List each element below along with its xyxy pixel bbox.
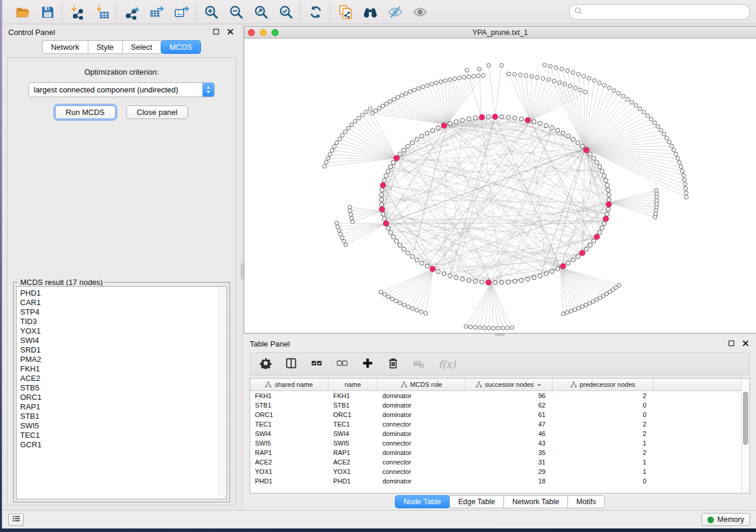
network-node[interactable] <box>550 270 554 274</box>
network-node[interactable] <box>467 117 471 121</box>
result-node-item[interactable]: SRD1 <box>20 345 218 355</box>
network-node[interactable] <box>391 161 395 165</box>
mcds-hub-node[interactable] <box>583 148 589 153</box>
mcds-hub-node[interactable] <box>394 155 399 161</box>
network-node[interactable] <box>500 115 504 119</box>
result-node-item[interactable]: PMA2 <box>20 355 218 364</box>
network-node[interactable] <box>500 280 504 284</box>
network-node[interactable] <box>436 126 441 130</box>
horizontal-splitter[interactable] <box>244 334 756 336</box>
network-node[interactable] <box>425 131 429 135</box>
network-node[interactable] <box>544 272 548 276</box>
result-node-item[interactable]: STP4 <box>20 307 218 317</box>
network-node[interactable] <box>519 278 524 283</box>
network-node[interactable] <box>467 278 471 283</box>
trash-button[interactable] <box>386 357 400 371</box>
refresh-view-button[interactable] <box>307 4 324 20</box>
network-node[interactable] <box>448 274 452 278</box>
export-table-button[interactable] <box>148 4 165 20</box>
result-node-item[interactable]: YOX1 <box>20 326 218 336</box>
network-node[interactable] <box>556 267 560 271</box>
network-node[interactable] <box>580 145 585 149</box>
network-node[interactable] <box>486 115 490 119</box>
network-node[interactable] <box>460 118 464 122</box>
network-node[interactable] <box>391 235 395 239</box>
mcds-result-list[interactable]: PHD1CAR1STP4TID3YOX1SWI4SRD1PMA2FKH1ACE2… <box>16 286 227 499</box>
tab-style[interactable]: Style <box>88 40 123 54</box>
network-node[interactable] <box>473 116 477 120</box>
network-node[interactable] <box>598 230 602 235</box>
network-node[interactable] <box>513 279 517 283</box>
network-node[interactable] <box>406 251 410 255</box>
network-node[interactable] <box>550 126 554 130</box>
network-canvas[interactable] <box>244 39 756 333</box>
table-row[interactable]: FKH1FKH1dominator962 <box>250 391 741 400</box>
network-node[interactable] <box>592 156 596 161</box>
control-panel-float-button[interactable] <box>211 27 221 37</box>
network-node[interactable] <box>410 140 414 145</box>
network-node[interactable] <box>388 165 393 169</box>
save-session-button[interactable] <box>39 4 56 20</box>
table-scrollbar[interactable] <box>741 379 749 493</box>
zoom-in-button[interactable] <box>203 4 219 20</box>
network-node[interactable] <box>493 281 497 285</box>
close-panel-button[interactable]: Close panel <box>126 105 189 119</box>
network-node[interactable] <box>379 193 384 197</box>
network-node[interactable] <box>436 270 441 274</box>
network-node[interactable] <box>538 274 543 278</box>
network-node[interactable] <box>425 264 429 268</box>
result-node-item[interactable]: ACE2 <box>20 374 218 383</box>
close-window-icon[interactable] <box>248 29 255 36</box>
network-node[interactable] <box>566 261 570 265</box>
search-input[interactable] <box>586 7 745 17</box>
uncheck-all-button[interactable] <box>335 357 349 371</box>
mcds-hub-node[interactable] <box>579 250 585 255</box>
network-node[interactable] <box>576 140 580 145</box>
vertical-splitter[interactable] <box>241 24 244 510</box>
network-node[interactable] <box>406 145 410 149</box>
network-node[interactable] <box>532 120 536 124</box>
network-node[interactable] <box>442 272 446 276</box>
result-node-item[interactable]: SWI4 <box>20 336 218 345</box>
import-network-button[interactable] <box>69 4 85 20</box>
zoom-out-button[interactable] <box>228 4 244 20</box>
maximize-window-icon[interactable] <box>272 29 279 36</box>
mcds-hub-node[interactable] <box>594 234 599 239</box>
network-node[interactable] <box>571 137 575 142</box>
mcds-hub-node[interactable] <box>430 266 435 271</box>
mcds-hub-node[interactable] <box>441 123 446 128</box>
show-all-button[interactable] <box>412 4 428 20</box>
network-node[interactable] <box>600 226 604 230</box>
network-node[interactable] <box>384 174 388 178</box>
network-node[interactable] <box>604 178 608 182</box>
network-node[interactable] <box>410 255 414 259</box>
mcds-hub-node[interactable] <box>479 114 484 120</box>
network-node[interactable] <box>513 116 517 120</box>
network-node[interactable] <box>588 243 592 247</box>
table-row[interactable]: ORC1ORC1dominator610 <box>250 410 741 419</box>
network-node[interactable] <box>598 165 602 169</box>
network-node[interactable] <box>561 131 565 135</box>
first-neighbors-button[interactable] <box>362 4 378 20</box>
copy-network-button[interactable] <box>337 4 353 20</box>
table-panel-float-button[interactable] <box>726 339 736 348</box>
network-node[interactable] <box>386 226 390 230</box>
table-row[interactable]: SWI5SWI5connector431 <box>250 438 741 448</box>
network-node[interactable] <box>398 243 402 247</box>
mcds-hub-node[interactable] <box>383 221 388 226</box>
network-node[interactable] <box>600 169 604 174</box>
result-node-item[interactable]: CAR1 <box>20 298 218 307</box>
plus-button[interactable] <box>361 357 375 371</box>
network-node[interactable] <box>506 280 511 284</box>
network-node[interactable] <box>532 275 536 280</box>
table-tab-network-table[interactable]: Network Table <box>503 495 568 508</box>
network-node[interactable] <box>473 279 477 283</box>
network-node[interactable] <box>480 280 484 284</box>
mcds-hub-node[interactable] <box>380 182 385 188</box>
run-mcds-button[interactable]: Run MCDS <box>55 105 116 119</box>
table-row[interactable]: STB1STB1dominator620 <box>250 400 741 410</box>
tab-network[interactable]: Network <box>42 40 88 54</box>
mcds-hub-node[interactable] <box>603 216 608 222</box>
result-scrollbar[interactable] <box>218 287 227 499</box>
network-node[interactable] <box>606 188 610 192</box>
